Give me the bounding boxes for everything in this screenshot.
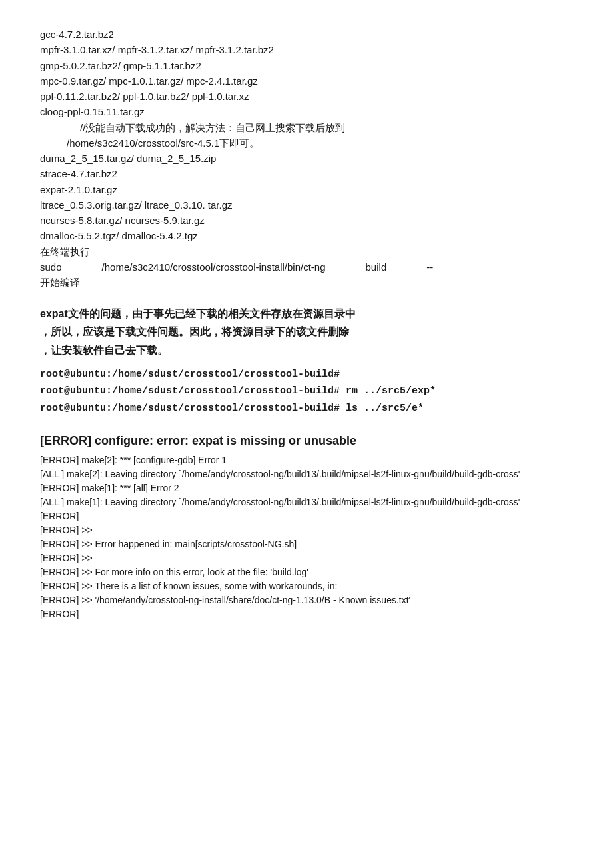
error-line-6: [ERROR] >> Error happened in: main[scrip… (40, 537, 573, 551)
error-section: [ERROR] configure: error: expat is missi… (40, 431, 573, 621)
note-line-2: /home/s3c2410/crosstool/src-4.5.1下即可。 (40, 135, 573, 151)
file-line-1: gcc-4.7.2.tar.bz2 (40, 27, 573, 42)
file-line-5: ppl-0.11.2.tar.bz2/ ppl-1.0.tar.bz2/ ppl… (40, 89, 573, 104)
error-line-1: [ALL ] make[2]: Leaving directory `/home… (40, 467, 573, 481)
sudo-cmd-part1: sudo (40, 259, 62, 275)
error-line-3: [ALL ] make[1]: Leaving directory `/home… (40, 495, 573, 509)
error-line-5: [ERROR] >> (40, 523, 573, 537)
terminal-line-2: root@ubuntu:/home/sdust/crosstool/crosst… (40, 383, 573, 400)
file-list-top: gcc-4.7.2.tar.bz2 mpfr-3.1.0.tar.xz/ mpf… (40, 27, 573, 151)
file-line-10: ltrace_0.5.3.orig.tar.gz/ ltrace_0.3.10.… (40, 197, 573, 213)
error-line-9: [ERROR] >> There is a list of known issu… (40, 579, 573, 593)
file-line-9: expat-2.1.0.tar.gz (40, 182, 573, 197)
sudo-cmd-part3: build (366, 259, 387, 275)
file-line-4: mpc-0.9.tar.gz/ mpc-1.0.1.tar.gz/ mpc-2.… (40, 73, 573, 89)
error-line-2: [ERROR] make[1]: *** [all] Error 2 (40, 481, 573, 495)
error-heading: [ERROR] configure: error: expat is missi… (40, 431, 573, 451)
bold-para-3: ，让安装软件自己去下载。 (40, 341, 573, 359)
file-line-6: cloog-ppl-0.15.11.tar.gz (40, 104, 573, 119)
terminal-line-3: root@ubuntu:/home/sdust/crosstool/crosst… (40, 400, 573, 417)
bold-para-1: expat文件的问题，由于事先已经下载的相关文件存放在资源目录中 (40, 305, 573, 323)
error-lines-list: [ERROR] make[2]: *** [configure-gdb] Err… (40, 453, 573, 621)
error-line-0: [ERROR] make[2]: *** [configure-gdb] Err… (40, 453, 573, 467)
file-line-7: duma_2_5_15.tar.gz/ duma_2_5_15.zip (40, 151, 573, 166)
error-line-11: [ERROR] (40, 607, 573, 621)
file-list-bottom: duma_2_5_15.tar.gz/ duma_2_5_15.zip stra… (40, 151, 573, 244)
terminal-commands: root@ubuntu:/home/sdust/crosstool/crosst… (40, 366, 573, 417)
expat-explanation: expat文件的问题，由于事先已经下载的相关文件存放在资源目录中 ，所以，应该是… (40, 305, 573, 359)
error-line-10: [ERROR] >> '/home/andy/crosstool-ng-inst… (40, 593, 573, 607)
file-line-11: ncurses-5.8.tar.gz/ ncurses-5.9.tar.gz (40, 213, 573, 228)
terminal-action-section: 在终端执行 sudo /home/s3c2410/crosstool/cross… (40, 244, 573, 291)
sudo-cmd-part2: /home/s3c2410/crosstool/crosstool-instal… (102, 259, 326, 275)
error-line-4: [ERROR] (40, 509, 573, 523)
file-line-3: gmp-5.0.2.tar.bz2/ gmp-5.1.1.tar.bz2 (40, 58, 573, 73)
terminal-action-label: 在终端执行 (40, 244, 573, 259)
compile-start-label: 开始编译 (40, 275, 573, 290)
file-line-8: strace-4.7.tar.bz2 (40, 166, 573, 181)
file-line-12: dmalloc-5.5.2.tgz/ dmalloc-5.4.2.tgz (40, 228, 573, 243)
note-line-1: //没能自动下载成功的，解决方法：自己网上搜索下载后放到 (40, 120, 573, 135)
sudo-cmd-part4: -- (426, 259, 433, 275)
error-line-7: [ERROR] >> (40, 551, 573, 565)
terminal-line-1: root@ubuntu:/home/sdust/crosstool/crosst… (40, 366, 573, 383)
file-line-2: mpfr-3.1.0.tar.xz/ mpfr-3.1.2.tar.xz/ mp… (40, 42, 573, 57)
bold-para-2: ，所以，应该是下载文件问题。因此，将资源目录下的该文件删除 (40, 323, 573, 341)
error-line-8: [ERROR] >> For more info on this error, … (40, 565, 573, 579)
